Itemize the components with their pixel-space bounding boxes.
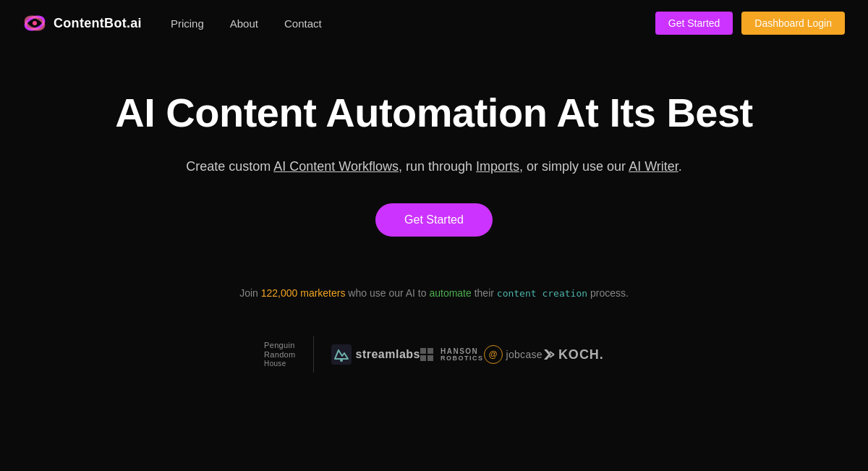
logo-icon <box>23 12 46 35</box>
social-proof-count-label: marketers <box>297 287 345 299</box>
penguin-line3: House <box>264 360 286 368</box>
logos-section: Penguin Random House streamlabs HANSON R… <box>0 325 868 384</box>
jobcase-text: jobcase <box>506 349 542 360</box>
social-proof-mid: who use our AI to <box>345 287 429 299</box>
navbar: ContentBot.ai Pricing About Contact Get … <box>0 0 868 46</box>
logo-jobcase: @ jobcase <box>484 345 542 364</box>
logo-text: ContentBot.ai <box>54 16 142 31</box>
penguin-line1: Penguin <box>264 341 294 350</box>
nav-pricing[interactable]: Pricing <box>171 17 204 30</box>
hero-section: AI Content Automation At Its Best Create… <box>0 46 868 280</box>
svg-marker-5 <box>544 349 551 360</box>
logo-streamlabs: streamlabs <box>331 344 421 365</box>
logo-divider-1 <box>313 336 314 373</box>
subtitle-suffix: . <box>678 159 682 174</box>
hero-subtitle: Create custom AI Content Workflows, run … <box>186 156 682 177</box>
logo[interactable]: ContentBot.ai <box>23 12 142 35</box>
streamlabs-text: streamlabs <box>356 348 421 361</box>
logo-penguin-random-house: Penguin Random House <box>264 341 295 368</box>
hero-get-started-button[interactable]: Get Started <box>375 203 493 237</box>
subtitle-or: , or simply use our <box>519 159 629 174</box>
hanson-text: HANSON ROBOTICS <box>441 347 484 362</box>
penguin-line2: Random <box>264 350 295 360</box>
social-proof-mid2: their <box>472 287 497 299</box>
subtitle-link-workflows[interactable]: AI Content Workflows <box>273 159 399 174</box>
subtitle-link-imports[interactable]: Imports <box>476 159 519 174</box>
hanson-grid-icon <box>420 348 433 361</box>
social-proof: Join 122,000 marketers who use our AI to… <box>0 287 868 299</box>
nav-links: Pricing About Contact <box>171 17 322 30</box>
jobcase-icon: @ <box>484 345 503 364</box>
social-proof-suffix: process. <box>587 287 629 299</box>
social-proof-automate: automate <box>429 287 471 299</box>
streamlabs-icon <box>331 344 352 365</box>
svg-point-4 <box>340 359 343 362</box>
navbar-right: Get Started Dashboard Login <box>655 12 845 35</box>
hero-title: AI Content Automation At Its Best <box>115 90 753 136</box>
nav-contact[interactable]: Contact <box>284 17 322 30</box>
subtitle-mid: , run through <box>399 159 476 174</box>
nav-dashboard-login-button[interactable]: Dashboard Login <box>741 12 845 35</box>
nav-get-started-button[interactable]: Get Started <box>655 12 733 35</box>
social-proof-count: 122,000 <box>261 287 298 299</box>
navbar-left: ContentBot.ai Pricing About Contact <box>23 12 322 35</box>
jobcase-at-symbol: @ <box>489 349 498 360</box>
koch-text: KOCH. <box>558 347 604 362</box>
social-proof-prefix: Join <box>239 287 261 299</box>
svg-point-2 <box>33 21 37 25</box>
subtitle-link-aiwriter[interactable]: AI Writer <box>629 159 678 174</box>
social-proof-content-creation: content creation <box>497 288 587 299</box>
logo-koch: KOCH. <box>542 347 604 362</box>
koch-icon <box>542 348 556 361</box>
nav-about[interactable]: About <box>230 17 258 30</box>
hanson-line2: ROBOTICS <box>441 355 484 362</box>
logo-hanson-robotics: HANSON ROBOTICS <box>420 347 484 362</box>
subtitle-prefix: Create custom <box>186 159 273 174</box>
